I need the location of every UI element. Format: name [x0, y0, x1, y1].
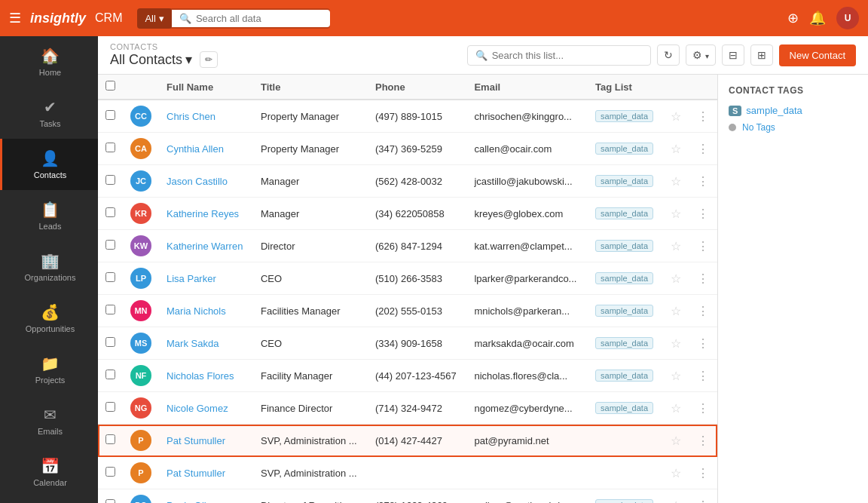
table-row[interactable]: PO Paula Oliver Director of Recruiting (… [98, 489, 717, 504]
sidebar-item-organizations[interactable]: 🏢Organizations [0, 241, 98, 293]
table-row[interactable]: CC Chris Chen Property Manager (497) 889… [98, 100, 717, 133]
tag-name-label[interactable]: sample_data [746, 105, 802, 116]
more-button[interactable]: ⋮ [697, 401, 709, 416]
more-button[interactable]: ⋮ [697, 466, 709, 480]
sidebar-item-emails[interactable]: ✉Emails [0, 395, 98, 446]
table-row[interactable]: KW Katherine Warren Director (626) 847-1… [98, 230, 717, 262]
row-checkbox[interactable] [105, 402, 115, 412]
more-button[interactable]: ⋮ [697, 109, 709, 124]
select-all-checkbox[interactable] [105, 81, 115, 90]
row-checkbox[interactable] [105, 240, 115, 250]
star-button[interactable]: ☆ [671, 434, 681, 448]
row-checkbox[interactable] [105, 434, 115, 444]
star-button[interactable]: ☆ [671, 142, 681, 156]
tag-badge[interactable]: sample_data [595, 499, 653, 503]
col-header-5[interactable]: Email [466, 75, 588, 100]
sidebar-item-projects[interactable]: 📁Projects [0, 344, 98, 395]
tag-badge[interactable]: sample_data [595, 143, 653, 155]
edit-view-button[interactable]: ✏ [200, 51, 218, 68]
col-header-8[interactable] [689, 75, 717, 100]
table-row[interactable]: P Pat Stumuller SVP, Administration ... … [98, 457, 717, 489]
col-header-6[interactable]: Tag List [588, 75, 663, 100]
contact-name-link[interactable]: Pat Stumuller [167, 468, 225, 479]
more-button[interactable]: ⋮ [697, 336, 709, 351]
table-row[interactable]: MS Mark Sakda CEO (334) 909-1658 marksak… [98, 327, 717, 360]
star-button[interactable]: ☆ [671, 174, 681, 189]
table-row[interactable]: KR Katherine Reyes Manager (34) 62205085… [98, 198, 717, 230]
sidebar-item-tasks[interactable]: ✔Tasks [0, 87, 98, 139]
row-checkbox[interactable] [105, 175, 115, 185]
filter-button[interactable]: ⊟ [722, 44, 744, 66]
sidebar-item-calendar[interactable]: 📅Calendar [0, 446, 98, 498]
hamburger-icon[interactable]: ☰ [9, 10, 21, 26]
star-button[interactable]: ☆ [671, 304, 681, 318]
row-checkbox[interactable] [105, 272, 115, 282]
table-row[interactable]: NF Nicholas Flores Facility Manager (44)… [98, 360, 717, 392]
star-button[interactable]: ☆ [671, 239, 681, 253]
col-header-4[interactable]: Phone [368, 75, 466, 100]
more-button[interactable]: ⋮ [697, 304, 709, 318]
table-row[interactable]: LP Lisa Parker CEO (510) 266-3583 lparke… [98, 262, 717, 295]
settings-button[interactable]: ⚙ ▾ [686, 44, 716, 66]
row-checkbox[interactable] [105, 110, 115, 120]
sidebar-item-dashboards[interactable]: 📊Dashboards [0, 498, 98, 503]
row-checkbox[interactable] [105, 305, 115, 314]
no-tags-link[interactable]: No Tags [742, 122, 775, 133]
row-checkbox[interactable] [105, 370, 115, 379]
star-button[interactable]: ☆ [671, 466, 681, 480]
more-button[interactable]: ⋮ [697, 369, 709, 383]
star-button[interactable]: ☆ [671, 109, 681, 124]
layout-button[interactable]: ⊞ [750, 44, 773, 66]
star-button[interactable]: ☆ [671, 207, 681, 221]
sidebar-item-opportunities[interactable]: 💰Opportunities [0, 293, 98, 344]
sidebar-item-leads[interactable]: 📋Leads [0, 190, 98, 241]
tag-badge[interactable]: sample_data [595, 175, 653, 187]
contact-name-link[interactable]: Chris Chen [167, 111, 215, 122]
tag-badge[interactable]: sample_data [595, 110, 653, 122]
sidebar-item-home[interactable]: 🏠Home [0, 36, 98, 87]
sidebar-item-contacts[interactable]: 👤Contacts [0, 139, 98, 190]
global-search-input[interactable] [196, 13, 322, 24]
notifications-button[interactable]: 🔔 [809, 10, 826, 26]
more-button[interactable]: ⋮ [697, 271, 709, 286]
contact-name-link[interactable]: Pat Stumuller [167, 435, 225, 446]
more-button[interactable]: ⋮ [697, 207, 709, 221]
col-header-3[interactable]: Title [253, 75, 368, 100]
row-checkbox[interactable] [105, 337, 115, 347]
tag-badge[interactable]: sample_data [595, 305, 653, 317]
list-search-input[interactable] [492, 50, 643, 61]
more-button[interactable]: ⋮ [697, 174, 709, 189]
row-checkbox[interactable] [105, 499, 115, 503]
tag-badge[interactable]: sample_data [595, 272, 653, 284]
contact-name-link[interactable]: Jason Castillo [167, 176, 228, 187]
star-button[interactable]: ☆ [671, 271, 681, 286]
star-button[interactable]: ☆ [671, 336, 681, 351]
col-header-2[interactable]: Full Name [159, 75, 253, 100]
star-button[interactable]: ☆ [671, 401, 681, 416]
row-checkbox[interactable] [105, 207, 115, 217]
table-row[interactable]: JC Jason Castillo Manager (562) 428-0032… [98, 165, 717, 198]
more-button[interactable]: ⋮ [697, 142, 709, 156]
tag-badge[interactable]: sample_data [595, 207, 653, 219]
refresh-button[interactable]: ↻ [657, 44, 680, 66]
contact-name-link[interactable]: Lisa Parker [167, 273, 216, 284]
table-row[interactable]: P Pat Stumuller SVP, Administration ... … [98, 425, 717, 457]
col-header-7[interactable] [663, 75, 689, 100]
table-row[interactable]: CA Cynthia Allen Property Manager (347) … [98, 133, 717, 165]
tag-badge[interactable]: sample_data [595, 240, 653, 252]
contact-name-link[interactable]: Cynthia Allen [167, 143, 224, 155]
tag-badge[interactable]: sample_data [595, 402, 653, 414]
contact-name-link[interactable]: Katherine Warren [167, 241, 243, 252]
star-button[interactable]: ☆ [671, 498, 681, 504]
avatar[interactable]: U [836, 7, 859, 29]
star-button[interactable]: ☆ [671, 369, 681, 383]
view-title-dropdown[interactable]: All Contacts ▾ [110, 51, 192, 68]
row-checkbox[interactable] [105, 143, 115, 152]
more-button[interactable]: ⋮ [697, 434, 709, 448]
contact-name-link[interactable]: Nicole Gomez [167, 403, 228, 414]
more-button[interactable]: ⋮ [697, 498, 709, 504]
add-button[interactable]: ⊕ [787, 10, 799, 26]
contact-name-link[interactable]: Nicholas Flores [167, 370, 234, 382]
tag-badge[interactable]: sample_data [595, 370, 653, 382]
table-row[interactable]: NG Nicole Gomez Finance Director (714) 3… [98, 392, 717, 425]
